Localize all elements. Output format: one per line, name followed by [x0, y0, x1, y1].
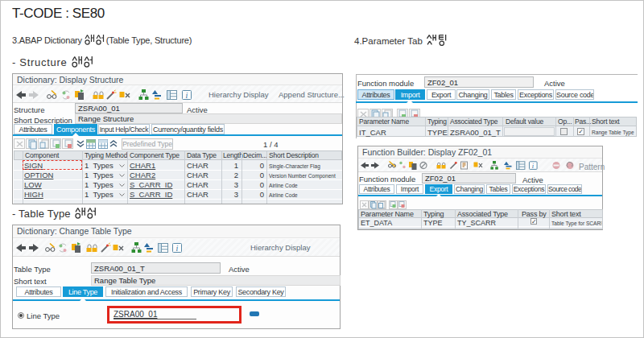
svg-text:i: i: [175, 244, 178, 253]
svg-text:i: i: [185, 91, 188, 100]
